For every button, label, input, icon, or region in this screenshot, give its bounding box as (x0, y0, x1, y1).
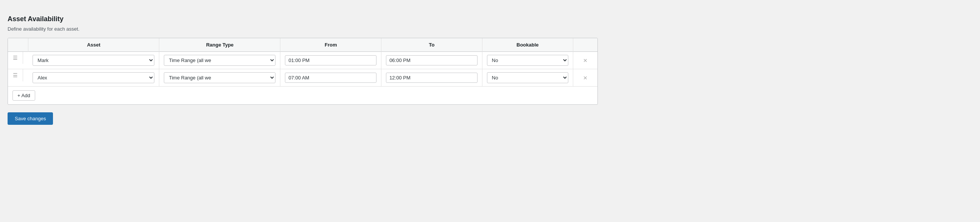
asset-select-2[interactable]: Alex Mark (33, 72, 154, 83)
add-row: + Add (8, 87, 597, 105)
delete-button-1[interactable]: ✕ (581, 57, 590, 64)
delete-button-2[interactable]: ✕ (581, 74, 590, 82)
add-row-cell: + Add (8, 87, 597, 105)
drag-handle-2[interactable]: ☰ (8, 69, 23, 81)
to-input-2[interactable] (386, 73, 477, 83)
page-container: Asset Availability Define availability f… (8, 8, 598, 132)
col-header-to: To (382, 38, 482, 52)
delete-cell-1: ✕ (573, 52, 597, 69)
col-header-asset: Asset (28, 38, 159, 52)
drag-handle-1[interactable]: ☰ (8, 52, 23, 64)
bookable-cell-2: No Yes (482, 69, 573, 87)
to-cell-2 (382, 69, 482, 87)
table-header-row: Asset Range Type From To Bookable (8, 38, 597, 52)
add-button[interactable]: + Add (13, 90, 35, 101)
from-input-1[interactable] (285, 55, 377, 65)
from-input-2[interactable] (285, 73, 377, 83)
availability-table: Asset Range Type From To Bookable ☰ Mark… (8, 38, 597, 105)
table-row: ☰ Alex Mark Time Range (all we (8, 69, 597, 87)
from-cell-1 (280, 52, 382, 69)
to-input-1[interactable] (386, 55, 477, 65)
bookable-cell-1: No Yes (482, 52, 573, 69)
save-changes-button[interactable]: Save changes (8, 112, 53, 125)
range-type-cell-1: Time Range (all we (159, 52, 280, 69)
col-header-delete (573, 38, 597, 52)
footer: Save changes (8, 112, 598, 125)
availability-table-wrapper: Asset Range Type From To Bookable ☰ Mark… (8, 38, 598, 105)
to-cell-1 (382, 52, 482, 69)
col-header-drag (8, 38, 28, 52)
from-cell-2 (280, 69, 382, 87)
page-description: Define availability for each asset. (8, 26, 598, 32)
col-header-from: From (280, 38, 382, 52)
range-type-cell-2: Time Range (all we (159, 69, 280, 87)
table-row: ☰ Mark Alex Time Range (all we (8, 52, 597, 69)
col-header-range-type: Range Type (159, 38, 280, 52)
bookable-select-1[interactable]: No Yes (487, 55, 568, 66)
asset-cell-2: Alex Mark (28, 69, 159, 87)
col-header-bookable: Bookable (482, 38, 573, 52)
range-type-select-1[interactable]: Time Range (all we (164, 55, 275, 66)
asset-cell-1: Mark Alex (28, 52, 159, 69)
page-title: Asset Availability (8, 15, 598, 23)
table-body: ☰ Mark Alex Time Range (all we (8, 52, 597, 105)
range-type-select-2[interactable]: Time Range (all we (164, 72, 275, 83)
delete-cell-2: ✕ (573, 69, 597, 87)
bookable-select-2[interactable]: No Yes (487, 72, 568, 83)
asset-select-1[interactable]: Mark Alex (33, 55, 154, 66)
